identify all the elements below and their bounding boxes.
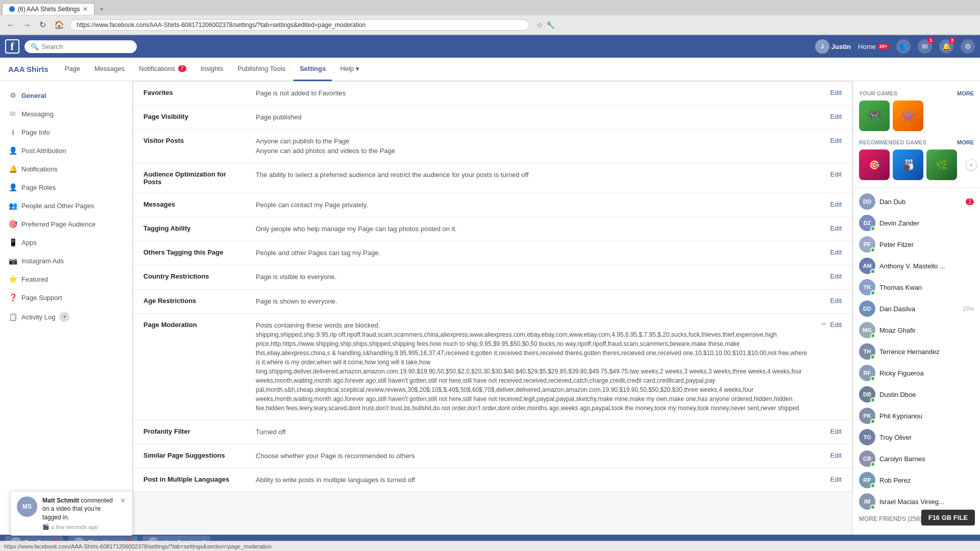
friend-avatar-anthony: AM [859, 258, 875, 274]
sidebar-label-page-info: Page Info [21, 129, 50, 136]
fb-search-bar[interactable]: 🔍 [24, 40, 137, 53]
nav-item-settings[interactable]: Settings [293, 58, 332, 81]
sidebar-item-activity-log[interactable]: 📋 Activity Log + [0, 307, 132, 327]
sidebar-item-apps[interactable]: 📱 Apps [0, 233, 132, 252]
close-tab-button[interactable]: ✕ [83, 6, 88, 13]
new-tab-button[interactable]: + [94, 3, 109, 15]
friend-item-dustin[interactable]: DB Dustin Dboe [853, 384, 980, 405]
friend-item-ricky[interactable]: RF Ricky Figueroa [853, 362, 980, 384]
notifications-badge: 2 [949, 37, 955, 43]
edit-moderation[interactable]: Edit [830, 321, 842, 329]
sidebar-item-notifications[interactable]: 🔔 Notifications [0, 160, 132, 178]
settings-row-audience-opt: Audience Optimization for Posts The abil… [133, 163, 852, 193]
bookmark-icon[interactable]: ☆ [536, 21, 543, 29]
edit-multilang[interactable]: Edit [830, 475, 842, 483]
friend-item-terrence[interactable]: TH Terrence Hernandez [853, 341, 980, 362]
sidebar-item-page-roles[interactable]: 👤 Page Roles [0, 178, 132, 196]
activity-log-add-button[interactable]: + [59, 312, 69, 322]
notifications-nav[interactable]: 🔔 2 [939, 39, 953, 54]
nav-item-notifications[interactable]: Notifications7 [133, 58, 192, 81]
label-messages: Messages [143, 201, 246, 208]
rec-game-2[interactable]: 🎳 [893, 149, 923, 180]
browser-actions: ☆ 🔧 [536, 21, 555, 29]
favicon: 🔵 [9, 6, 15, 12]
friend-item-peter[interactable]: PF Peter Fitzer [853, 234, 980, 255]
nav-item-publishing[interactable]: Publishing Tools [231, 58, 291, 81]
friend-item-rob[interactable]: RP Rob Perez [853, 469, 980, 491]
sidebar-item-general[interactable]: ⚙ General [0, 86, 132, 105]
edit-age[interactable]: Edit [830, 297, 842, 305]
recommended-games-label: RECOMMENDED GAMES [859, 139, 926, 145]
forward-button[interactable]: → [20, 19, 34, 31]
sidebar-item-page-support[interactable]: ❓ Page Support [0, 288, 132, 307]
edit-profanity[interactable]: Edit [830, 428, 842, 435]
edit-country[interactable]: Edit [830, 272, 842, 280]
sidebar-item-messaging[interactable]: ✉ Messaging [0, 105, 132, 123]
friend-item-israel[interactable]: IM Israel Macias Vinieg... [853, 491, 980, 512]
sidebar-item-post-attribution[interactable]: 👤 Post Attribution [0, 141, 132, 160]
friend-item-dan-dub[interactable]: DD Dan Dub 2 [853, 191, 980, 212]
edit-visibility[interactable]: Edit [830, 113, 842, 120]
settings-icon[interactable]: ⚙ [961, 39, 975, 54]
messages-nav[interactable]: ✉ 1 [918, 39, 932, 54]
page-nav-bar: AAA Shirts Page Messages Notifications7 … [0, 58, 980, 81]
search-input[interactable] [42, 43, 124, 51]
friend-avatar-israel: IM [859, 493, 875, 510]
edit-audience-opt[interactable]: Edit [830, 170, 842, 178]
nav-item-messages[interactable]: Messages [88, 58, 131, 81]
settings-content: Favorites Page is not added to Favorites… [133, 81, 852, 551]
friend-item-thomas[interactable]: TK Thomas Kwan [853, 277, 980, 298]
settings-row-multilang: Post in Multiple Languages Ability to wr… [133, 468, 852, 492]
sidebar-label-page-support: Page Support [21, 294, 62, 302]
game-icon-1[interactable]: 🎮 [859, 101, 890, 131]
sidebar-item-instagram-ads[interactable]: 📷 Instagram Ads [0, 252, 132, 270]
settings-sidebar: ⚙ General ✉ Messaging ℹ Page Info 👤 Post… [0, 81, 133, 551]
edit-others-tagging[interactable]: Edit [830, 248, 842, 256]
extensions-icon[interactable]: 🔧 [546, 21, 555, 29]
rec-games-chevron[interactable]: › [966, 159, 977, 170]
your-games-more[interactable]: MORE [957, 90, 974, 96]
active-tab[interactable]: 🔵 (6) AAA Shirts Settings ✕ [2, 3, 94, 15]
nav-item-page[interactable]: Page [59, 58, 86, 81]
friend-name-thomas: Thomas Kwan [879, 284, 974, 291]
settings-nav[interactable]: ⚙ [961, 39, 975, 54]
friend-name-rob: Rob Perez [879, 477, 974, 484]
edit-favorites[interactable]: Edit [830, 89, 842, 96]
friend-item-phil[interactable]: PK Phil Kyprianou [853, 405, 980, 427]
rec-game-1[interactable]: 🎯 [859, 149, 890, 180]
edit-messages[interactable]: Edit [830, 201, 842, 208]
your-games-section: YOUR GAMES MORE 🎮 👾 [853, 86, 980, 135]
friend-item-troy[interactable]: TO Troy Oliver [853, 427, 980, 448]
friend-item-carolyn[interactable]: CB Carolyn Barnes [853, 448, 980, 469]
sidebar-item-people-pages[interactable]: 👥 People and Other Pages [0, 196, 132, 215]
home-nav-button[interactable]: 🏠 [52, 19, 67, 31]
messaging-icon: ✉ [8, 110, 17, 118]
game-icon-2[interactable]: 👾 [893, 101, 923, 131]
friend-item-anthony[interactable]: AM Anthony V. Mastello ... [853, 255, 980, 277]
sidebar-label-post-attribution: Post Attribution [21, 147, 66, 155]
friend-name-dustin: Dustin Dboe [879, 391, 974, 398]
edit-visitor-posts[interactable]: Edit [830, 137, 842, 144]
refresh-button[interactable]: ↻ [37, 19, 48, 31]
recommended-games-more[interactable]: MORE [957, 139, 974, 145]
edit-similar[interactable]: Edit [830, 452, 842, 459]
edit-tagging[interactable]: Edit [830, 224, 842, 232]
nav-item-help[interactable]: Help ▾ [334, 58, 365, 81]
friends-nav[interactable]: 👥 [896, 39, 911, 54]
back-button[interactable]: ← [4, 19, 17, 31]
friend-avatar-troy: TO [859, 429, 875, 445]
friends-icon[interactable]: 👥 [896, 39, 911, 54]
friend-item-moaz[interactable]: MG Moaz Ghafir [853, 319, 980, 341]
friend-item-devin[interactable]: DZ Devin Zander [853, 212, 980, 234]
nav-item-insights[interactable]: Insights [194, 58, 230, 81]
sidebar-item-page-info[interactable]: ℹ Page Info [0, 123, 132, 141]
rec-game-3[interactable]: 🌿 [926, 149, 957, 180]
address-bar[interactable]: https://www.facebook.com/AAA-Shirts-6081… [70, 19, 529, 31]
friend-item-dan-dasilva[interactable]: DD Dan Dasilva 27m [853, 298, 980, 319]
sidebar-item-featured[interactable]: ⭐ Featured [0, 270, 132, 288]
nav-home[interactable]: Home 20+ [858, 43, 889, 51]
notification-close-button[interactable]: ✕ [120, 496, 126, 505]
sidebar-item-preferred-audience[interactable]: 🎯 Preferred Page Audience [0, 215, 132, 233]
nav-user[interactable]: J Justin [815, 39, 851, 54]
games-grid: 🎮 👾 [859, 101, 974, 131]
